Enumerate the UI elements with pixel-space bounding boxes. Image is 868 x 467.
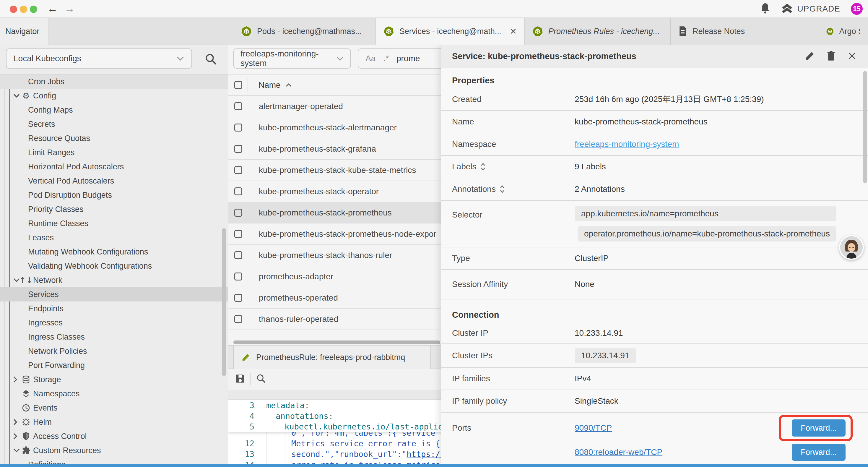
sidebar-item-network[interactable]: ↑↓ Network <box>0 273 228 287</box>
row-checkbox[interactable] <box>234 272 242 281</box>
window-maximize-button[interactable] <box>30 6 37 13</box>
sidebar-item-vertical-pod-autoscalers[interactable]: Vertical Pod Autoscalers <box>0 174 228 188</box>
sidebar-item-runtime-classes[interactable]: Runtime Classes <box>0 216 228 231</box>
row-checkbox[interactable] <box>234 209 242 217</box>
service-detail-panel: Service: kube-prometheus-stack-prometheu… <box>441 45 868 467</box>
expand-collapse-icon[interactable] <box>481 163 486 171</box>
annotations-count[interactable]: 2 Annotations <box>575 184 625 194</box>
line-number: 4 <box>228 411 254 420</box>
tab-prometheus-rules[interactable]: Prometheus Rules - icecheng... <box>525 18 671 45</box>
save-icon[interactable] <box>235 373 246 385</box>
sidebar-item-helm[interactable]: Helm <box>0 415 228 429</box>
code-line: metadata: <box>254 401 309 410</box>
sidebar-item-config[interactable]: ⚙ Config <box>0 89 228 103</box>
column-header-name[interactable]: Name <box>258 80 292 90</box>
sidebar-scrollbar[interactable] <box>222 228 226 376</box>
sidebar-item-config-maps[interactable]: Config Maps <box>0 103 228 117</box>
row-checkbox[interactable] <box>234 102 242 110</box>
delete-trash-icon[interactable] <box>827 51 836 62</box>
row-checkbox[interactable] <box>234 145 242 153</box>
row-checkbox[interactable] <box>234 251 242 259</box>
sidebar-item-priority-classes[interactable]: Priority Classes <box>0 202 228 216</box>
sidebar-item-mutating-webhook-configurations[interactable]: Mutating Webhook Configurations <box>0 245 228 259</box>
expand-collapse-icon[interactable] <box>500 185 505 193</box>
dock-tab-prometheusrule[interactable]: PrometheusRule: freeleaps-prod-rabbitmq <box>234 346 431 369</box>
sidebar-item-resource-quotas[interactable]: Resource Quotas <box>0 131 228 145</box>
sidebar-item-endpoints[interactable]: Endpoints <box>0 301 228 316</box>
sidebar-search-icon[interactable] <box>205 53 217 67</box>
sidebar-item-leases[interactable]: Leases <box>0 231 228 245</box>
horizontal-scrollbar[interactable] <box>234 341 440 344</box>
sort-asc-icon <box>285 83 292 87</box>
close-icon[interactable] <box>847 51 857 62</box>
editor-search-icon[interactable] <box>256 373 267 385</box>
row-checkbox[interactable] <box>234 230 242 238</box>
labels-count[interactable]: 9 Labels <box>575 162 606 171</box>
port-entry: 9090/TCP Forward... <box>575 419 860 437</box>
layers-icon <box>21 389 31 398</box>
sidebar-item-services[interactable]: Services <box>0 287 228 301</box>
row-checkbox[interactable] <box>234 294 242 302</box>
sidebar-item-custom-resources[interactable]: Custom Resources <box>0 443 228 458</box>
type-value: ClusterIP <box>575 254 609 263</box>
port-link[interactable]: 8080:reloader-web/TCP <box>575 447 662 457</box>
tab-label: Prometheus Rules - icecheng... <box>548 27 660 36</box>
port-link[interactable]: 9090/TCP <box>575 423 612 433</box>
user-avatar[interactable] <box>839 235 864 260</box>
detail-header: Service: kube-prometheus-stack-prometheu… <box>441 45 868 68</box>
upgrade-button[interactable]: UPGRADE <box>781 4 840 14</box>
upgrade-chevrons-icon <box>781 4 793 14</box>
sidebar-item-access-control[interactable]: Access Control <box>0 429 228 443</box>
chevron-down-icon <box>336 56 344 61</box>
sidebar-item-namespaces[interactable]: Namespaces <box>0 387 228 401</box>
forward-button[interactable]: Forward... <box>792 444 845 461</box>
selector-chip: app.kubernetes.io/name=prometheus <box>575 206 836 222</box>
row-checkbox[interactable] <box>234 315 242 323</box>
sidebar-item-storage[interactable]: Storage <box>0 372 228 387</box>
sidebar-item-validating-webhook-configurations[interactable]: Validating Webhook Configurations <box>0 259 228 273</box>
chevron-down-icon <box>176 56 184 61</box>
upgrade-label: UPGRADE <box>797 4 840 13</box>
match-case-toggle[interactable]: Aa <box>366 54 375 63</box>
tab-services[interactable]: Services - icecheng@math... ✕ <box>376 18 525 45</box>
regex-toggle[interactable]: .* <box>383 54 389 63</box>
select-all-checkbox[interactable] <box>234 81 242 89</box>
ip-family-policy-value: SingleStack <box>575 396 618 406</box>
row-checkbox[interactable] <box>234 187 242 195</box>
tab-argo[interactable]: Argo Se <box>818 18 868 45</box>
sidebar-item-cron-jobs[interactable]: Cron Jobs <box>0 75 228 89</box>
sidebar-item-horizontal-pod-autoscalers[interactable]: Horizontal Pod Autoscalers <box>0 159 228 174</box>
bell-icon[interactable] <box>760 3 770 15</box>
session-affinity-value: None <box>575 280 594 289</box>
namespace-select[interactable]: freeleaps-monitoring-system <box>234 49 351 68</box>
tab-release-notes[interactable]: Release Notes <box>671 18 818 45</box>
created-value: 253d 16h 6m ago (2025年1月13日 GMT+8 1:25:3… <box>575 94 764 105</box>
sidebar-item-port-forwarding[interactable]: Port Forwarding <box>0 358 228 372</box>
edit-pencil-icon[interactable] <box>805 51 815 62</box>
row-checkbox[interactable] <box>234 123 242 132</box>
sidebar-item-secrets[interactable]: Secrets <box>0 117 228 131</box>
notification-badge[interactable]: 15 <box>851 3 863 15</box>
forward-button[interactable]: Forward... <box>792 419 845 437</box>
sidebar-item-pod-disruption-budgets[interactable]: Pod Disruption Budgets <box>0 188 228 202</box>
sidebar-item-ingress-classes[interactable]: Ingress Classes <box>0 330 228 344</box>
sidebar-item-limit-ranges[interactable]: Limit Ranges <box>0 145 228 159</box>
sidebar-item-network-policies[interactable]: Network Policies <box>0 344 228 358</box>
kubeconfig-select[interactable]: Local Kubeconfigs <box>6 49 192 68</box>
window-close-button[interactable] <box>10 6 17 13</box>
sidebar-item-ingresses[interactable]: Ingresses <box>0 316 228 330</box>
kubernetes-icon <box>826 26 834 37</box>
window-minimize-button[interactable] <box>20 6 27 13</box>
row-checkbox[interactable] <box>234 166 242 174</box>
forward-arrow-icon[interactable]: → <box>64 2 75 15</box>
gear-icon: ⚙ <box>21 91 31 101</box>
tab-pods[interactable]: Pods - icecheng@mathmas... <box>234 18 376 45</box>
detail-scrollbar[interactable] <box>863 71 867 183</box>
tab-close-icon[interactable]: ✕ <box>510 27 517 36</box>
back-arrow-icon[interactable]: ← <box>47 2 58 15</box>
namespace-link[interactable]: freeleaps-monitoring-system <box>575 140 679 149</box>
sidebar-item-events[interactable]: Events <box>0 401 228 415</box>
status-bar <box>0 464 868 467</box>
tab-navigator[interactable]: Navigator <box>0 18 49 45</box>
kubernetes-icon <box>241 26 252 37</box>
